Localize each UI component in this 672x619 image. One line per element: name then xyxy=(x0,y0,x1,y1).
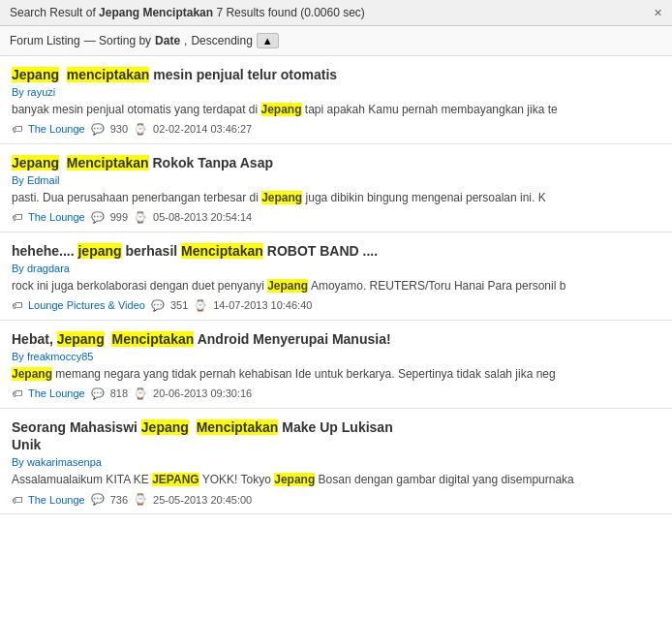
by-line: By freakmoccy85 xyxy=(12,351,660,362)
highlight-jepang: Jepang xyxy=(12,155,59,170)
meta: 🏷 The Lounge 💬 736 ⌚ 25-05-2013 20:45:00 xyxy=(12,493,660,506)
title-rest: Android Menyerupai Manusia! xyxy=(198,331,391,347)
highlight-menciptakan: Menciptakan xyxy=(197,419,279,435)
comment-icon: 💬 xyxy=(151,299,165,312)
highlight-jepang: jepang xyxy=(77,243,121,259)
sort-comma: , xyxy=(184,34,187,47)
title-rest: mesin penjual telur otomatis xyxy=(153,67,337,82)
result-title-link[interactable]: Jepang menciptakan mesin penjual telur o… xyxy=(12,67,337,82)
result-item: Jepang menciptakan mesin penjual telur o… xyxy=(0,56,672,144)
highlight-menciptakan: Menciptakan xyxy=(181,243,263,259)
post-date: 02-02-2014 03:46:27 xyxy=(153,123,252,135)
snippet-highlight: Jepang xyxy=(261,191,302,204)
result-item: Jepang Menciptakan Rokok Tanpa Asap By E… xyxy=(0,144,672,232)
post-date: 14-07-2013 10:46:40 xyxy=(213,299,312,311)
snippet: rock ini juga berkolaborasi dengan duet … xyxy=(12,278,660,294)
search-query: Jepang Menciptakan xyxy=(99,6,213,19)
by-line: By Edmail xyxy=(12,174,660,186)
category-link[interactable]: The Lounge xyxy=(28,123,85,135)
result-title-link[interactable]: hehehe.... jepang berhasil Menciptakan R… xyxy=(12,243,378,259)
tag-icon: 🏷 xyxy=(12,299,22,311)
tag-icon: 🏷 xyxy=(12,494,22,506)
sort-order: Descending xyxy=(191,34,252,47)
post-date: 20-06-2013 09:30:16 xyxy=(153,387,252,399)
category-link[interactable]: The Lounge xyxy=(28,494,85,506)
sort-field: Date xyxy=(155,34,180,47)
snippet-highlight2: Jepang xyxy=(274,473,315,486)
highlight-menciptakan: Menciptakan xyxy=(111,331,194,347)
meta: 🏷 The Lounge 💬 818 ⌚ 20-06-2013 09:30:16 xyxy=(12,387,660,400)
snippet: banyak mesin penjual otomatis yang terda… xyxy=(12,102,660,118)
post-date: 05-08-2013 20:54:14 xyxy=(153,211,252,223)
result-title-link[interactable]: Hebat, Jepang Menciptakan Android Menyer… xyxy=(12,331,391,347)
result-item: hehehe.... jepang berhasil Menciptakan R… xyxy=(0,232,672,321)
highlight-jepang: Jepang xyxy=(12,67,59,82)
snippet-highlight: Jepang xyxy=(12,367,52,381)
tag-icon: 🏷 xyxy=(12,211,22,223)
by-line: By rayuzi xyxy=(12,86,660,98)
result-title: hehehe.... jepang berhasil Menciptakan R… xyxy=(12,242,660,260)
result-title-link[interactable]: Jepang Menciptakan Rokok Tanpa Asap xyxy=(12,155,273,170)
snippet-highlight1: JEPANG xyxy=(152,473,199,486)
snippet: Jepang memang negara yang tidak pernah k… xyxy=(12,366,660,383)
clock-icon: ⌚ xyxy=(194,299,207,312)
comment-icon: 💬 xyxy=(91,211,105,224)
forum-listing-label: Forum Listing xyxy=(10,34,80,47)
highlight-jepang: Jepang xyxy=(141,419,189,435)
close-icon: ✕ xyxy=(654,7,662,19)
comment-icon: 💬 xyxy=(91,493,105,506)
comment-count: 351 xyxy=(170,299,188,311)
result-title: Jepang Menciptakan Rokok Tanpa Asap xyxy=(12,154,660,171)
result-item: Seorang Mahasiswi Jepang Menciptakan Mak… xyxy=(0,409,672,514)
comment-count: 818 xyxy=(110,387,128,399)
sort-label: — Sorting by xyxy=(84,34,151,47)
tag-icon: 🏷 xyxy=(12,123,22,135)
result-title: Seorang Mahasiswi Jepang Menciptakan Mak… xyxy=(12,418,660,453)
clock-icon: ⌚ xyxy=(134,123,147,136)
snippet: pasti. Dua perusahaan penerbangan terbes… xyxy=(12,190,660,206)
meta: 🏷 Lounge Pictures & Video 💬 351 ⌚ 14-07-… xyxy=(12,299,660,312)
title-part: berhasil xyxy=(125,243,181,259)
category-link[interactable]: The Lounge xyxy=(28,211,85,223)
clock-icon: ⌚ xyxy=(134,387,147,400)
snippet-highlight: Jepang xyxy=(261,103,302,116)
sort-toggle-button[interactable]: ▲ xyxy=(257,33,279,48)
result-title: Jepang menciptakan mesin penjual telur o… xyxy=(12,66,660,83)
snippet: Assalamualaikum KITA KE JEPANG YOKK! Tok… xyxy=(12,472,660,488)
by-line: By dragdara xyxy=(12,263,660,274)
category-link[interactable]: Lounge Pictures & Video xyxy=(28,299,145,311)
tag-icon: 🏷 xyxy=(12,387,22,399)
comment-count: 930 xyxy=(110,123,128,135)
result-item: Hebat, Jepang Menciptakan Android Menyer… xyxy=(0,321,672,409)
clock-icon: ⌚ xyxy=(134,211,147,224)
meta: 🏷 The Lounge 💬 999 ⌚ 05-08-2013 20:54:14 xyxy=(12,211,660,224)
forum-bar: Forum Listing — Sorting by Date , Descen… xyxy=(0,26,672,56)
comment-icon: 💬 xyxy=(91,123,105,136)
title-part: Seorang Mahasiswi xyxy=(12,419,141,435)
snippet-highlight: Jepang xyxy=(267,279,308,293)
search-time: (0.0060 sec) xyxy=(300,6,365,19)
results-count: 7 Results found xyxy=(216,6,296,19)
post-date: 25-05-2013 20:45:00 xyxy=(153,494,252,506)
highlight-jepang: Jepang xyxy=(57,331,105,347)
comment-count: 736 xyxy=(110,494,128,506)
title-part: Hebat, xyxy=(12,331,57,347)
title-rest: Make Up Lukisan xyxy=(282,419,392,435)
title-part: hehehe.... xyxy=(12,243,77,259)
by-line: By wakarimasenpa xyxy=(12,456,660,468)
comment-count: 999 xyxy=(110,211,128,223)
highlight-menciptakan: Menciptakan xyxy=(67,155,149,170)
category-link[interactable]: The Lounge xyxy=(28,387,85,399)
search-summary: Search Result of Jepang Menciptakan 7 Re… xyxy=(10,6,365,19)
meta: 🏷 The Lounge 💬 930 ⌚ 02-02-2014 03:46:27 xyxy=(12,123,660,136)
highlight-menciptakan: menciptakan xyxy=(67,67,150,82)
title-line2: Unik xyxy=(12,437,41,452)
result-title: Hebat, Jepang Menciptakan Android Menyer… xyxy=(12,330,660,348)
comment-icon: 💬 xyxy=(91,387,105,400)
search-header: Search Result of Jepang Menciptakan 7 Re… xyxy=(0,0,672,26)
clock-icon: ⌚ xyxy=(134,493,147,506)
result-title-link[interactable]: Seorang Mahasiswi Jepang Menciptakan Mak… xyxy=(12,419,393,452)
title-rest: Rokok Tanpa Asap xyxy=(153,155,273,170)
title-rest: ROBOT BAND .... xyxy=(267,243,378,259)
